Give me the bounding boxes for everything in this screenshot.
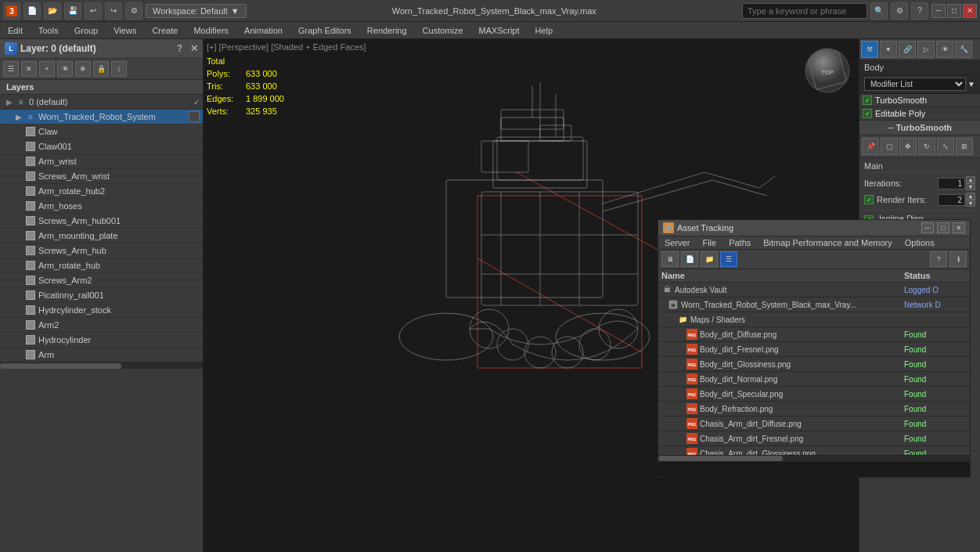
layer-delete-btn[interactable]: ✕: [21, 61, 37, 77]
layer-lock-btn[interactable]: 🔒: [93, 61, 109, 77]
layers-list[interactable]: ▶ ≡ 0 (default) ✓ ▶ ≡ Worn_Tracked_Robot…: [0, 95, 203, 552]
layer-item-screws-arm2[interactable]: Screws_Arm2: [0, 273, 203, 288]
modifier-editable-poly[interactable]: ✓ Editable Poly: [859, 107, 980, 121]
asset-folder-btn[interactable]: 📁: [701, 251, 718, 267]
layer-item-arm-wrist[interactable]: Arm_wrist: [0, 154, 203, 169]
layer-item-claw[interactable]: Claw: [0, 124, 203, 139]
layer-item-picatinny[interactable]: Picatinny_rail001: [0, 288, 203, 303]
menu-animation[interactable]: Animation: [236, 22, 290, 39]
asset-list-btn[interactable]: ☰: [720, 251, 737, 267]
utility-mode-btn[interactable]: 🔧: [955, 41, 972, 58]
layer-item-hydrocylinder[interactable]: Hydrocylinder: [0, 333, 203, 348]
layer-item-hydrcylinder-stock[interactable]: Hydrcylinder_stock: [0, 303, 203, 318]
open-file-btn[interactable]: 📂: [44, 2, 61, 20]
create-mode-btn[interactable]: ✦: [880, 41, 897, 58]
layer-add-btn[interactable]: +: [39, 61, 55, 77]
mod-pin-btn[interactable]: 📌: [862, 138, 879, 155]
undo-btn[interactable]: ↩: [85, 2, 102, 20]
layer-list-view-btn[interactable]: ☰: [3, 61, 19, 77]
asset-item-chasis-diffuse[interactable]: PNG Chasis_Arm_dirt_Diffuse.png Found: [658, 417, 970, 431]
modifier-list-dropdown[interactable]: Modifier List: [864, 78, 966, 91]
asset-help-btn[interactable]: ?: [930, 251, 947, 267]
mod-scale-btn[interactable]: ⤡: [937, 138, 954, 155]
layer-item-screws-arm-hub[interactable]: Screws_Arm_hub: [0, 244, 203, 258]
asset-minimize-btn[interactable]: ─: [921, 222, 934, 233]
minimize-btn[interactable]: ─: [931, 4, 946, 18]
extra-btn[interactable]: ⚙: [125, 2, 142, 20]
search-input[interactable]: [742, 3, 867, 19]
mod-move-btn[interactable]: ✥: [899, 138, 917, 155]
display-mode-btn[interactable]: 👁: [936, 41, 953, 58]
menu-tools[interactable]: Tools: [31, 22, 67, 39]
menu-modifiers[interactable]: Modifiers: [186, 22, 236, 39]
asset-scrollbar[interactable]: [658, 455, 970, 461]
layer-item-default[interactable]: ▶ ≡ 0 (default) ✓: [0, 95, 203, 110]
settings-btn[interactable]: ⚙: [891, 2, 908, 20]
menu-create[interactable]: Create: [144, 22, 186, 39]
asset-item-chasis-glossiness[interactable]: PNG Chasis_Arm_dirt_Glossiness.png Found: [658, 446, 970, 455]
new-file-btn[interactable]: 📄: [23, 2, 41, 20]
save-btn[interactable]: 💾: [64, 2, 81, 20]
layer-item-screws-arm-hub001[interactable]: Screws_Arm_hub001: [0, 214, 203, 229]
asset-server-btn[interactable]: 🖥: [661, 251, 679, 267]
asset-item-body-glossiness[interactable]: PNG Body_dirt_Glossiness.png Found: [658, 357, 970, 372]
mod-rotate-btn[interactable]: ↻: [918, 138, 935, 155]
menu-help[interactable]: Help: [528, 22, 561, 39]
layer-item-worn[interactable]: ▶ ≡ Worn_Tracked_Robot_System: [0, 110, 203, 124]
asset-item-vault[interactable]: 🏛 Autodesk Vault Logged O: [658, 283, 970, 298]
maximize-btn[interactable]: □: [947, 4, 961, 18]
asset-menu-bitmap[interactable]: Bitmap Performance and Memory: [757, 236, 898, 249]
asset-item-body-specular[interactable]: PNG Body_dirt_Specular.png Found: [658, 387, 970, 402]
asset-file-btn[interactable]: 📄: [681, 251, 698, 267]
asset-input-row[interactable]: [658, 461, 970, 477]
redo-btn[interactable]: ↪: [105, 2, 122, 20]
asset-menu-file[interactable]: File: [696, 236, 722, 249]
motion-mode-btn[interactable]: ▷: [917, 41, 935, 58]
menu-group[interactable]: Group: [67, 22, 106, 39]
layer-item-arm[interactable]: Arm: [0, 348, 203, 363]
layer-item-arm-rotate-hub2[interactable]: Arm_rotate_hub2: [0, 184, 203, 199]
hierarchy-mode-btn[interactable]: 🔗: [899, 41, 916, 58]
render-iters-check[interactable]: ✓: [864, 195, 874, 204]
layer-freeze-btn[interactable]: ❄: [75, 61, 91, 77]
asset-item-maps-folder[interactable]: 📁 Maps / Shaders: [658, 312, 970, 327]
menu-views[interactable]: Views: [106, 22, 144, 39]
asset-path-input[interactable]: [658, 462, 970, 477]
asset-menu-server[interactable]: Server: [658, 236, 696, 249]
search-btn[interactable]: 🔍: [870, 2, 888, 20]
asset-menu-paths[interactable]: Paths: [722, 236, 757, 249]
asset-menu-options[interactable]: Options: [899, 236, 941, 249]
layer-help-btn[interactable]: ?: [177, 43, 182, 54]
layer-item-screws-arm-wrist[interactable]: Screws_Arm_wrist: [0, 169, 203, 184]
layer-item-arm-rotate-hub[interactable]: Arm_rotate_hub: [0, 258, 203, 273]
iterations-up[interactable]: ▲: [966, 176, 975, 183]
help-btn[interactable]: ?: [911, 2, 928, 20]
asset-maximize-btn[interactable]: □: [937, 222, 949, 233]
turbosmooth-checkbox[interactable]: ✓: [863, 96, 872, 105]
menu-customize[interactable]: Customize: [415, 22, 471, 39]
render-iters-input[interactable]: [938, 194, 965, 206]
asset-item-body-diffuse[interactable]: PNG Body_dirt_Diffuse.png Found: [658, 327, 970, 342]
modifier-mode-btn[interactable]: ⚒: [861, 41, 878, 58]
asset-item-body-normal[interactable]: PNG Body_dirt_Normal.png Found: [658, 372, 970, 387]
asset-item-worn-file[interactable]: M Worn_Tracked_Robot_System_Black_max_Vr…: [658, 298, 970, 312]
asset-close-btn[interactable]: ✕: [953, 222, 965, 233]
render-iters-up[interactable]: ▲: [966, 193, 975, 200]
modifier-turbosmooth[interactable]: ✓ TurboSmooth: [859, 94, 980, 107]
layer-item-claw001[interactable]: Claw001: [0, 139, 203, 154]
layer-item-arm-hoses[interactable]: Arm_hoses: [0, 199, 203, 214]
mod-extra-btn[interactable]: ⊞: [956, 138, 973, 155]
menu-graph-editors[interactable]: Graph Editors: [290, 22, 359, 39]
layer-close-btn[interactable]: ✕: [190, 43, 198, 54]
asset-item-body-refraction[interactable]: PNG Body_Refraction.png Found: [658, 402, 970, 417]
menu-maxscript[interactable]: MAXScript: [471, 22, 528, 39]
layers-scrollbar[interactable]: [0, 363, 203, 369]
iterations-input[interactable]: [938, 178, 965, 189]
layer-item-arm-mounting-plate[interactable]: Arm_mounting_plate: [0, 229, 203, 244]
close-btn[interactable]: ✕: [963, 4, 977, 18]
iterations-down[interactable]: ▼: [966, 183, 975, 190]
editable-poly-checkbox[interactable]: ✓: [863, 109, 872, 118]
render-iters-down[interactable]: ▼: [966, 200, 975, 207]
workspace-selector[interactable]: Workspace: Default ▼: [146, 4, 247, 18]
nav-cube[interactable]: TOP: [804, 47, 851, 94]
